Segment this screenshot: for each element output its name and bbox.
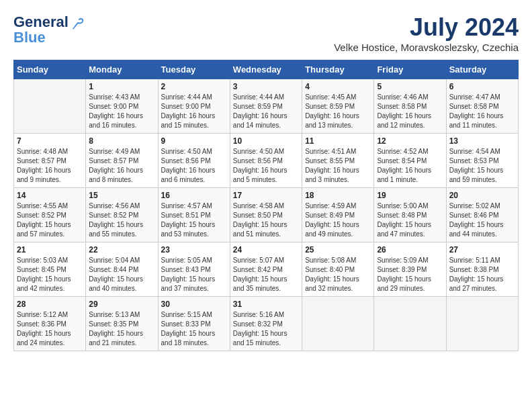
- day-info: Sunrise: 4:59 AM Sunset: 8:49 PM Dayligh…: [305, 201, 371, 239]
- day-number: 21: [17, 245, 83, 255]
- day-number: 10: [233, 136, 299, 146]
- day-info: Sunrise: 4:48 AM Sunset: 8:57 PM Dayligh…: [17, 147, 83, 185]
- day-info: Sunrise: 5:15 AM Sunset: 8:33 PM Dayligh…: [161, 310, 227, 348]
- calendar-cell: 1Sunrise: 4:43 AM Sunset: 9:00 PM Daylig…: [86, 79, 158, 134]
- col-wednesday: Wednesday: [230, 60, 302, 79]
- day-info: Sunrise: 4:51 AM Sunset: 8:55 PM Dayligh…: [305, 147, 371, 185]
- calendar-week-row-1: 1Sunrise: 4:43 AM Sunset: 9:00 PM Daylig…: [14, 79, 519, 134]
- col-sunday: Sunday: [14, 60, 86, 79]
- day-info: Sunrise: 5:07 AM Sunset: 8:42 PM Dayligh…: [233, 256, 299, 293]
- calendar-cell: 8Sunrise: 4:49 AM Sunset: 8:57 PM Daylig…: [86, 134, 158, 188]
- calendar-cell: 28Sunrise: 5:12 AM Sunset: 8:36 PM Dayli…: [14, 297, 86, 351]
- day-number: 31: [233, 300, 299, 309]
- col-thursday: Thursday: [302, 60, 374, 79]
- calendar-cell: [302, 297, 374, 351]
- day-info: Sunrise: 4:44 AM Sunset: 9:00 PM Dayligh…: [161, 93, 227, 130]
- calendar-cell: 10Sunrise: 4:50 AM Sunset: 8:56 PM Dayli…: [230, 134, 302, 188]
- calendar-week-row-4: 21Sunrise: 5:03 AM Sunset: 8:45 PM Dayli…: [14, 242, 519, 297]
- calendar-cell: 27Sunrise: 5:11 AM Sunset: 8:38 PM Dayli…: [446, 242, 518, 297]
- day-number: 12: [377, 136, 443, 146]
- logo-blue-text: Blue: [13, 29, 46, 46]
- calendar-cell: 22Sunrise: 5:04 AM Sunset: 8:44 PM Dayli…: [86, 242, 158, 297]
- day-number: 7: [17, 136, 83, 146]
- day-info: Sunrise: 5:08 AM Sunset: 8:40 PM Dayligh…: [305, 256, 371, 293]
- logo-bird-icon: [70, 17, 85, 32]
- day-info: Sunrise: 4:58 AM Sunset: 8:50 PM Dayligh…: [233, 201, 299, 239]
- calendar-cell: [14, 79, 86, 134]
- day-number: 13: [449, 136, 515, 146]
- day-number: 26: [377, 245, 443, 255]
- month-title: July 2024: [334, 13, 519, 42]
- title-block: July 2024 Velke Hostice, Moravskoslezsky…: [334, 13, 519, 53]
- day-number: 8: [89, 136, 154, 146]
- day-number: 3: [233, 82, 299, 91]
- day-info: Sunrise: 5:13 AM Sunset: 8:35 PM Dayligh…: [89, 310, 154, 348]
- day-info: Sunrise: 4:56 AM Sunset: 8:52 PM Dayligh…: [89, 201, 154, 239]
- col-saturday: Saturday: [446, 60, 518, 79]
- day-number: 18: [305, 191, 371, 200]
- calendar-cell: 26Sunrise: 5:09 AM Sunset: 8:39 PM Dayli…: [374, 242, 446, 297]
- calendar-cell: 13Sunrise: 4:54 AM Sunset: 8:53 PM Dayli…: [446, 134, 518, 188]
- calendar-cell: 14Sunrise: 4:55 AM Sunset: 8:52 PM Dayli…: [14, 188, 86, 242]
- calendar-cell: 20Sunrise: 5:02 AM Sunset: 8:46 PM Dayli…: [446, 188, 518, 242]
- day-info: Sunrise: 5:02 AM Sunset: 8:46 PM Dayligh…: [449, 201, 515, 239]
- day-info: Sunrise: 4:46 AM Sunset: 8:58 PM Dayligh…: [377, 93, 443, 130]
- day-number: 19: [377, 191, 443, 200]
- calendar-cell: 6Sunrise: 4:47 AM Sunset: 8:58 PM Daylig…: [446, 79, 518, 134]
- day-number: 4: [305, 82, 371, 91]
- day-info: Sunrise: 4:43 AM Sunset: 9:00 PM Dayligh…: [89, 93, 154, 130]
- day-info: Sunrise: 4:55 AM Sunset: 8:52 PM Dayligh…: [17, 201, 83, 239]
- day-info: Sunrise: 4:44 AM Sunset: 8:59 PM Dayligh…: [233, 93, 299, 130]
- day-number: 28: [17, 300, 83, 309]
- day-number: 22: [89, 245, 154, 255]
- day-number: 27: [449, 245, 515, 255]
- calendar-cell: 2Sunrise: 4:44 AM Sunset: 9:00 PM Daylig…: [158, 79, 230, 134]
- calendar-cell: 17Sunrise: 4:58 AM Sunset: 8:50 PM Dayli…: [230, 188, 302, 242]
- calendar-cell: 23Sunrise: 5:05 AM Sunset: 8:43 PM Dayli…: [158, 242, 230, 297]
- day-info: Sunrise: 4:49 AM Sunset: 8:57 PM Dayligh…: [89, 147, 154, 185]
- day-info: Sunrise: 4:47 AM Sunset: 8:58 PM Dayligh…: [449, 93, 515, 130]
- col-monday: Monday: [86, 60, 158, 79]
- calendar-week-row-3: 14Sunrise: 4:55 AM Sunset: 8:52 PM Dayli…: [14, 188, 519, 242]
- calendar-week-row-5: 28Sunrise: 5:12 AM Sunset: 8:36 PM Dayli…: [14, 297, 519, 351]
- day-number: 25: [305, 245, 371, 255]
- day-number: 30: [161, 300, 227, 309]
- day-number: 14: [17, 191, 83, 200]
- calendar-cell: 9Sunrise: 4:50 AM Sunset: 8:56 PM Daylig…: [158, 134, 230, 188]
- calendar-cell: 3Sunrise: 4:44 AM Sunset: 8:59 PM Daylig…: [230, 79, 302, 134]
- day-info: Sunrise: 4:50 AM Sunset: 8:56 PM Dayligh…: [161, 147, 227, 185]
- calendar-cell: 7Sunrise: 4:48 AM Sunset: 8:57 PM Daylig…: [14, 134, 86, 188]
- calendar-cell: 4Sunrise: 4:45 AM Sunset: 8:59 PM Daylig…: [302, 79, 374, 134]
- day-number: 15: [89, 191, 154, 200]
- day-info: Sunrise: 5:09 AM Sunset: 8:39 PM Dayligh…: [377, 256, 443, 293]
- day-number: 11: [305, 136, 371, 146]
- day-info: Sunrise: 5:12 AM Sunset: 8:36 PM Dayligh…: [17, 310, 83, 348]
- col-tuesday: Tuesday: [158, 60, 230, 79]
- calendar-cell: 29Sunrise: 5:13 AM Sunset: 8:35 PM Dayli…: [86, 297, 158, 351]
- calendar-table: Sunday Monday Tuesday Wednesday Thursday…: [13, 60, 519, 351]
- day-number: 23: [161, 245, 227, 255]
- day-number: 2: [161, 82, 227, 91]
- day-number: 20: [449, 191, 515, 200]
- day-info: Sunrise: 5:16 AM Sunset: 8:32 PM Dayligh…: [233, 310, 299, 348]
- calendar-cell: 24Sunrise: 5:07 AM Sunset: 8:42 PM Dayli…: [230, 242, 302, 297]
- calendar-cell: 30Sunrise: 5:15 AM Sunset: 8:33 PM Dayli…: [158, 297, 230, 351]
- day-info: Sunrise: 5:04 AM Sunset: 8:44 PM Dayligh…: [89, 256, 154, 293]
- col-friday: Friday: [374, 60, 446, 79]
- calendar-cell: [374, 297, 446, 351]
- location-text: Velke Hostice, Moravskoslezsky, Czechia: [334, 42, 519, 53]
- calendar-cell: 5Sunrise: 4:46 AM Sunset: 8:58 PM Daylig…: [374, 79, 446, 134]
- calendar-cell: 25Sunrise: 5:08 AM Sunset: 8:40 PM Dayli…: [302, 242, 374, 297]
- day-info: Sunrise: 4:57 AM Sunset: 8:51 PM Dayligh…: [161, 201, 227, 239]
- calendar-cell: [446, 297, 518, 351]
- day-number: 5: [377, 82, 443, 91]
- day-info: Sunrise: 4:50 AM Sunset: 8:56 PM Dayligh…: [233, 147, 299, 185]
- day-number: 16: [161, 191, 227, 200]
- day-number: 6: [449, 82, 515, 91]
- logo: General Blue: [13, 13, 85, 46]
- calendar-cell: 21Sunrise: 5:03 AM Sunset: 8:45 PM Dayli…: [14, 242, 86, 297]
- calendar-cell: 12Sunrise: 4:52 AM Sunset: 8:54 PM Dayli…: [374, 134, 446, 188]
- calendar-cell: 31Sunrise: 5:16 AM Sunset: 8:32 PM Dayli…: [230, 297, 302, 351]
- calendar-cell: 19Sunrise: 5:00 AM Sunset: 8:48 PM Dayli…: [374, 188, 446, 242]
- logo-general-text: General: [13, 13, 69, 30]
